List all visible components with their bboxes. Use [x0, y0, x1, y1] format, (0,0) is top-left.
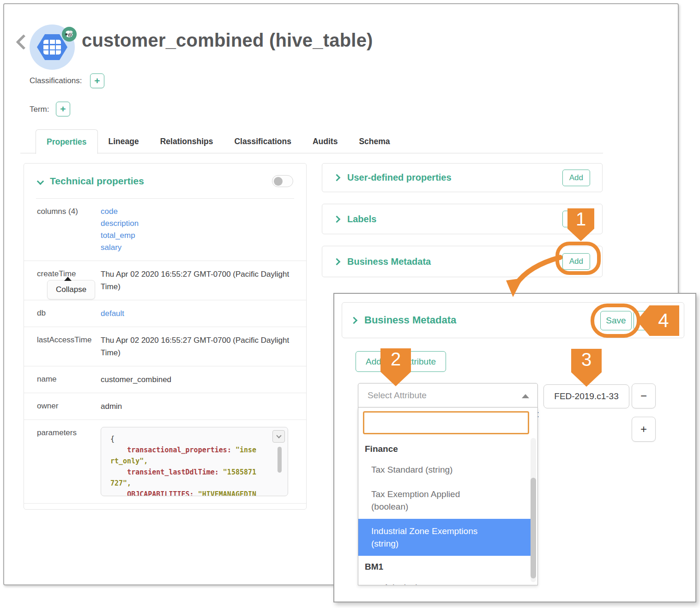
property-value: codedescriptiontotal_empsalary — [101, 206, 293, 254]
business-metadata-editor-panel: Business Metadata Save 4 Add New Attribu… — [333, 293, 696, 602]
technical-properties-toggle[interactable] — [272, 175, 293, 187]
code-line: OBJCAPABILITIES: "HIVEMANAGEDIN — [110, 489, 266, 496]
tooltip-caret-icon — [64, 277, 72, 281]
code-scrollbar-thumb[interactable] — [278, 447, 282, 473]
property-row-columns-4: columns (4)codedescriptiontotal_empsalar… — [24, 199, 306, 261]
expand-chevron-icon[interactable] — [333, 258, 341, 265]
property-label: parameters — [37, 427, 101, 439]
column-link-code[interactable]: code — [101, 206, 293, 218]
panel-title: Labels — [347, 214, 376, 225]
dropdown-group-bm1: BM1 — [358, 556, 531, 575]
property-label: createTimeCollapse — [37, 268, 101, 280]
property-label: columns (4) — [37, 206, 101, 218]
hive-table-entity-icon — [30, 24, 75, 70]
attribute-select[interactable]: Select Attribute — [358, 383, 538, 407]
code-line: transient_lastDdlTime: "1585871 — [110, 467, 266, 478]
dropdown-item-tax-exemption-applied-boolean[interactable]: Tax Exemption Applied (boolean) — [358, 482, 531, 519]
panel-labels: LabelsAdd — [322, 204, 603, 234]
tab-relationships[interactable]: Relationships — [150, 129, 224, 153]
expand-chevron-icon[interactable] — [333, 174, 341, 182]
technical-properties-header: Technical properties — [24, 164, 306, 195]
property-label: name — [37, 373, 101, 385]
attribute-select-placeholder: Select Attribute — [368, 390, 427, 401]
expand-chevron-icon[interactable] — [350, 316, 358, 324]
tab-classifications[interactable]: Classifications — [223, 129, 302, 153]
property-row-qualifiedname: qualifiedNamedefault.customer_combined@c… — [24, 503, 306, 510]
panel-title: User-defined properties — [347, 172, 452, 183]
property-value: { transactional_properties: "insert_only… — [101, 427, 293, 496]
panel-user-defined-properties: User-defined propertiesAdd — [322, 163, 603, 192]
back-button[interactable] — [16, 34, 31, 50]
callout-step-2: 2 — [380, 348, 411, 386]
hive-bee-badge-icon — [62, 27, 77, 42]
property-value: default — [101, 307, 293, 320]
add-button-user-defined-properties[interactable]: Add — [562, 170, 590, 186]
callout-step-3: 3 — [571, 349, 602, 387]
tab-schema[interactable]: Schema — [348, 129, 400, 153]
expand-chevron-icon[interactable] — [333, 215, 341, 223]
collapse-chevron-icon[interactable] — [37, 177, 44, 185]
property-row-parameters: parameters{ transactional_properties: "i… — [24, 420, 306, 503]
property-row-lastaccesstime: lastAccessTimeThu Apr 02 2020 16:55:27 G… — [24, 327, 306, 366]
dropdown-scrollbar-thumb[interactable] — [531, 478, 536, 578]
add-classification-button[interactable]: + — [90, 73, 104, 88]
add-term-button[interactable]: + — [56, 102, 70, 116]
attribute-value-input[interactable] — [543, 384, 629, 408]
property-row-name: namecustomer_combined — [24, 366, 306, 393]
dropdown-item-tax-standard-string[interactable]: Tax Standard (string) — [358, 457, 531, 482]
attribute-search-input[interactable] — [363, 411, 529, 434]
property-value: customer_combined — [101, 373, 293, 386]
property-label: db — [37, 307, 101, 319]
property-value: admin — [101, 400, 293, 413]
add-button-highlight-ring — [555, 242, 601, 275]
panel-title: Business Metadata — [347, 256, 431, 267]
code-line: { — [110, 433, 266, 444]
property-label: owner — [37, 400, 101, 412]
classifications-label: Classifications: — [30, 76, 82, 85]
tab-bar: PropertiesLineageRelationshipsClassifica… — [36, 129, 401, 153]
attribute-dropdown: FinanceTax Standard (string)Tax Exemptio… — [358, 407, 538, 585]
parameters-code-block: { transactional_properties: "insert_only… — [101, 427, 288, 496]
tab-audits[interactable]: Audits — [302, 129, 348, 153]
table-grid-icon — [43, 40, 61, 55]
property-row-db: dbdefault — [24, 300, 306, 327]
column-link-total-emp[interactable]: total_emp — [101, 230, 293, 242]
term-label: Term: — [30, 105, 49, 114]
attribute-dropdown-list: FinanceTax Standard (string)Tax Exemptio… — [358, 438, 531, 585]
add-attribute-row-button[interactable]: + — [632, 417, 656, 442]
property-row-createtime: createTimeCollapseThu Apr 02 2020 16:55:… — [24, 261, 306, 300]
select-caret-icon — [522, 394, 529, 398]
dropdown-item-attr1-string[interactable]: attr1 (string) — [358, 575, 531, 585]
save-button-highlight-ring — [591, 304, 640, 338]
code-scroll-button[interactable] — [272, 430, 285, 443]
code-line: rt_only", — [110, 456, 266, 467]
code-line: transactional_properties: "inse — [110, 444, 266, 456]
property-value: Thu Apr 02 2020 16:55:27 GMT-0700 (Pacif… — [101, 334, 293, 359]
tab-properties[interactable]: Properties — [36, 129, 98, 154]
technical-properties-rows: columns (4)codedescriptiontotal_empsalar… — [24, 199, 306, 510]
property-row-owner: owneradmin — [24, 393, 306, 420]
code-line: 727", — [110, 478, 266, 489]
collapse-tooltip: Collapse — [47, 280, 95, 299]
property-value: Thu Apr 02 2020 16:55:27 GMT-0700 (Pacif… — [101, 268, 293, 293]
dropdown-group-finance: Finance — [358, 438, 531, 457]
column-link-salary[interactable]: salary — [101, 242, 293, 254]
page-title: customer_combined (hive_table) — [82, 30, 373, 51]
screenshot-root: customer_combined (hive_table) Classific… — [0, 0, 700, 608]
technical-properties-panel: Technical properties columns (4)codedesc… — [24, 163, 307, 510]
remove-attribute-button[interactable]: − — [632, 383, 656, 408]
chevron-down-icon — [276, 433, 281, 438]
property-label: lastAccessTime — [37, 334, 101, 346]
business-metadata-editor-title: Business Metadata — [364, 314, 456, 326]
tab-lineage[interactable]: Lineage — [98, 129, 150, 153]
column-link-description[interactable]: description — [101, 218, 293, 230]
value-link-default[interactable]: default — [101, 309, 124, 318]
technical-properties-title: Technical properties — [50, 176, 144, 187]
toggle-knob — [274, 177, 283, 186]
dropdown-item-industrial-zone-exemptions-string[interactable]: Industrial Zone Exemptions (string) — [358, 519, 531, 556]
